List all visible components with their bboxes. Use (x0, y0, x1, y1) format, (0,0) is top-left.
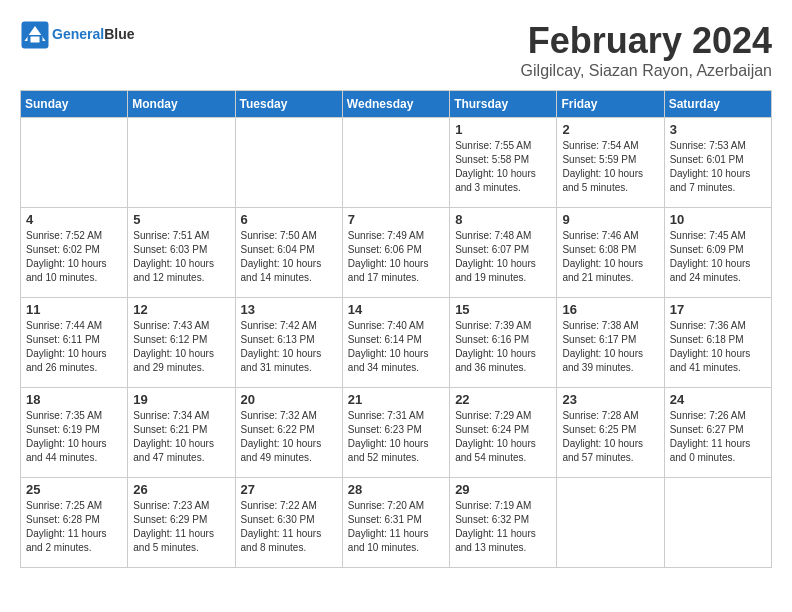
day-number: 6 (241, 212, 337, 227)
calendar-table: SundayMondayTuesdayWednesdayThursdayFrid… (20, 90, 772, 568)
day-number: 2 (562, 122, 658, 137)
weekday-header-row: SundayMondayTuesdayWednesdayThursdayFrid… (21, 91, 772, 118)
day-number: 22 (455, 392, 551, 407)
logo: GeneralBlue (20, 20, 134, 50)
day-cell: 1Sunrise: 7:55 AM Sunset: 5:58 PM Daylig… (450, 118, 557, 208)
day-info: Sunrise: 7:29 AM Sunset: 6:24 PM Dayligh… (455, 409, 551, 465)
day-cell: 27Sunrise: 7:22 AM Sunset: 6:30 PM Dayli… (235, 478, 342, 568)
day-number: 14 (348, 302, 444, 317)
day-number: 5 (133, 212, 229, 227)
day-number: 7 (348, 212, 444, 227)
day-cell: 10Sunrise: 7:45 AM Sunset: 6:09 PM Dayli… (664, 208, 771, 298)
day-info: Sunrise: 7:32 AM Sunset: 6:22 PM Dayligh… (241, 409, 337, 465)
day-info: Sunrise: 7:54 AM Sunset: 5:59 PM Dayligh… (562, 139, 658, 195)
day-number: 20 (241, 392, 337, 407)
day-cell: 26Sunrise: 7:23 AM Sunset: 6:29 PM Dayli… (128, 478, 235, 568)
day-info: Sunrise: 7:45 AM Sunset: 6:09 PM Dayligh… (670, 229, 766, 285)
day-number: 21 (348, 392, 444, 407)
day-info: Sunrise: 7:50 AM Sunset: 6:04 PM Dayligh… (241, 229, 337, 285)
day-number: 24 (670, 392, 766, 407)
month-title: February 2024 (521, 20, 772, 62)
day-cell: 15Sunrise: 7:39 AM Sunset: 6:16 PM Dayli… (450, 298, 557, 388)
day-cell (664, 478, 771, 568)
day-cell (342, 118, 449, 208)
day-number: 29 (455, 482, 551, 497)
day-info: Sunrise: 7:31 AM Sunset: 6:23 PM Dayligh… (348, 409, 444, 465)
day-number: 27 (241, 482, 337, 497)
day-info: Sunrise: 7:19 AM Sunset: 6:32 PM Dayligh… (455, 499, 551, 555)
location: Gilgilcay, Siazan Rayon, Azerbaijan (521, 62, 772, 80)
day-cell: 5Sunrise: 7:51 AM Sunset: 6:03 PM Daylig… (128, 208, 235, 298)
weekday-header-sunday: Sunday (21, 91, 128, 118)
day-cell: 25Sunrise: 7:25 AM Sunset: 6:28 PM Dayli… (21, 478, 128, 568)
weekday-header-tuesday: Tuesday (235, 91, 342, 118)
day-cell: 29Sunrise: 7:19 AM Sunset: 6:32 PM Dayli… (450, 478, 557, 568)
svg-rect-3 (31, 37, 40, 43)
day-cell (235, 118, 342, 208)
day-number: 10 (670, 212, 766, 227)
day-cell: 28Sunrise: 7:20 AM Sunset: 6:31 PM Dayli… (342, 478, 449, 568)
day-info: Sunrise: 7:44 AM Sunset: 6:11 PM Dayligh… (26, 319, 122, 375)
day-info: Sunrise: 7:46 AM Sunset: 6:08 PM Dayligh… (562, 229, 658, 285)
day-info: Sunrise: 7:52 AM Sunset: 6:02 PM Dayligh… (26, 229, 122, 285)
day-number: 4 (26, 212, 122, 227)
day-info: Sunrise: 7:49 AM Sunset: 6:06 PM Dayligh… (348, 229, 444, 285)
day-number: 18 (26, 392, 122, 407)
day-cell: 4Sunrise: 7:52 AM Sunset: 6:02 PM Daylig… (21, 208, 128, 298)
week-row-4: 18Sunrise: 7:35 AM Sunset: 6:19 PM Dayli… (21, 388, 772, 478)
day-cell: 11Sunrise: 7:44 AM Sunset: 6:11 PM Dayli… (21, 298, 128, 388)
day-info: Sunrise: 7:20 AM Sunset: 6:31 PM Dayligh… (348, 499, 444, 555)
day-info: Sunrise: 7:35 AM Sunset: 6:19 PM Dayligh… (26, 409, 122, 465)
day-info: Sunrise: 7:25 AM Sunset: 6:28 PM Dayligh… (26, 499, 122, 555)
week-row-2: 4Sunrise: 7:52 AM Sunset: 6:02 PM Daylig… (21, 208, 772, 298)
day-info: Sunrise: 7:28 AM Sunset: 6:25 PM Dayligh… (562, 409, 658, 465)
weekday-header-friday: Friday (557, 91, 664, 118)
weekday-header-wednesday: Wednesday (342, 91, 449, 118)
day-info: Sunrise: 7:55 AM Sunset: 5:58 PM Dayligh… (455, 139, 551, 195)
day-cell (557, 478, 664, 568)
day-cell: 7Sunrise: 7:49 AM Sunset: 6:06 PM Daylig… (342, 208, 449, 298)
day-cell: 18Sunrise: 7:35 AM Sunset: 6:19 PM Dayli… (21, 388, 128, 478)
day-number: 1 (455, 122, 551, 137)
day-cell: 2Sunrise: 7:54 AM Sunset: 5:59 PM Daylig… (557, 118, 664, 208)
day-number: 15 (455, 302, 551, 317)
day-cell: 16Sunrise: 7:38 AM Sunset: 6:17 PM Dayli… (557, 298, 664, 388)
day-cell: 23Sunrise: 7:28 AM Sunset: 6:25 PM Dayli… (557, 388, 664, 478)
day-cell: 3Sunrise: 7:53 AM Sunset: 6:01 PM Daylig… (664, 118, 771, 208)
day-number: 3 (670, 122, 766, 137)
day-cell: 20Sunrise: 7:32 AM Sunset: 6:22 PM Dayli… (235, 388, 342, 478)
day-info: Sunrise: 7:34 AM Sunset: 6:21 PM Dayligh… (133, 409, 229, 465)
day-cell: 9Sunrise: 7:46 AM Sunset: 6:08 PM Daylig… (557, 208, 664, 298)
logo-general: General (52, 26, 104, 42)
day-info: Sunrise: 7:53 AM Sunset: 6:01 PM Dayligh… (670, 139, 766, 195)
day-number: 16 (562, 302, 658, 317)
logo-icon (20, 20, 50, 50)
day-number: 19 (133, 392, 229, 407)
weekday-header-monday: Monday (128, 91, 235, 118)
day-cell: 21Sunrise: 7:31 AM Sunset: 6:23 PM Dayli… (342, 388, 449, 478)
day-cell: 17Sunrise: 7:36 AM Sunset: 6:18 PM Dayli… (664, 298, 771, 388)
day-info: Sunrise: 7:48 AM Sunset: 6:07 PM Dayligh… (455, 229, 551, 285)
day-cell: 24Sunrise: 7:26 AM Sunset: 6:27 PM Dayli… (664, 388, 771, 478)
day-info: Sunrise: 7:43 AM Sunset: 6:12 PM Dayligh… (133, 319, 229, 375)
day-cell: 14Sunrise: 7:40 AM Sunset: 6:14 PM Dayli… (342, 298, 449, 388)
day-info: Sunrise: 7:26 AM Sunset: 6:27 PM Dayligh… (670, 409, 766, 465)
day-info: Sunrise: 7:36 AM Sunset: 6:18 PM Dayligh… (670, 319, 766, 375)
day-number: 11 (26, 302, 122, 317)
title-block: February 2024 Gilgilcay, Siazan Rayon, A… (521, 20, 772, 80)
day-cell: 12Sunrise: 7:43 AM Sunset: 6:12 PM Dayli… (128, 298, 235, 388)
day-number: 12 (133, 302, 229, 317)
day-cell: 22Sunrise: 7:29 AM Sunset: 6:24 PM Dayli… (450, 388, 557, 478)
day-number: 9 (562, 212, 658, 227)
week-row-5: 25Sunrise: 7:25 AM Sunset: 6:28 PM Dayli… (21, 478, 772, 568)
day-number: 26 (133, 482, 229, 497)
day-info: Sunrise: 7:39 AM Sunset: 6:16 PM Dayligh… (455, 319, 551, 375)
day-number: 17 (670, 302, 766, 317)
day-info: Sunrise: 7:38 AM Sunset: 6:17 PM Dayligh… (562, 319, 658, 375)
day-info: Sunrise: 7:22 AM Sunset: 6:30 PM Dayligh… (241, 499, 337, 555)
day-cell: 8Sunrise: 7:48 AM Sunset: 6:07 PM Daylig… (450, 208, 557, 298)
week-row-3: 11Sunrise: 7:44 AM Sunset: 6:11 PM Dayli… (21, 298, 772, 388)
day-number: 28 (348, 482, 444, 497)
day-info: Sunrise: 7:51 AM Sunset: 6:03 PM Dayligh… (133, 229, 229, 285)
day-cell (128, 118, 235, 208)
